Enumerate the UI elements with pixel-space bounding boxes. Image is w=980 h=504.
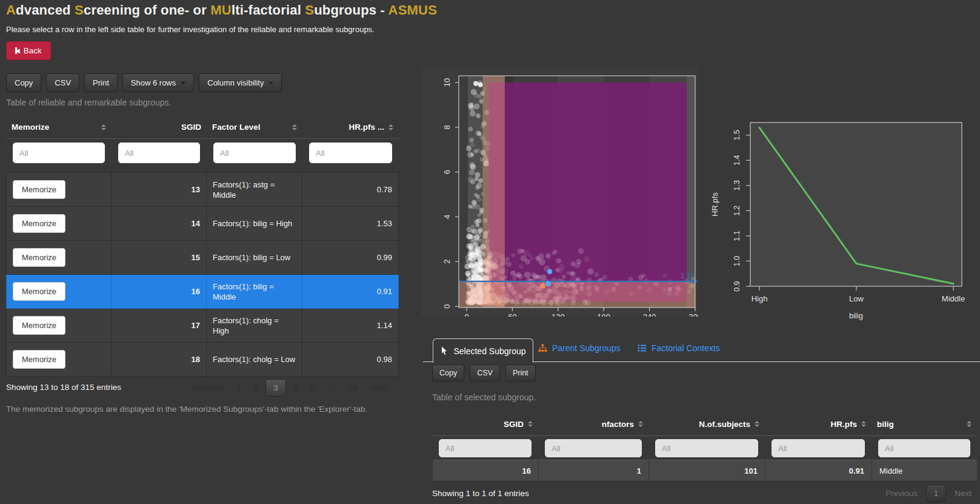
svg-text:1.2: 1.2 (733, 206, 741, 216)
column-visibility-dropdown[interactable]: Column visibility (199, 73, 282, 92)
back-button[interactable]: ◀ Back (6, 41, 51, 60)
memorize-button[interactable]: Memorize (13, 214, 65, 233)
table-row[interactable]: Memorize15Factors(1): bilig = Low0.99 (6, 241, 399, 275)
tab-selected-subgroup[interactable]: Selected Subgroup (433, 338, 533, 363)
page-button-previous[interactable]: Previous (880, 485, 923, 502)
cell-factor-level: Factors(1): cholg = High (207, 309, 302, 343)
cell-sgid: 15 (112, 241, 207, 275)
list-icon (638, 344, 647, 352)
memorize-button[interactable]: Memorize (13, 180, 65, 199)
tab-parent-subgroups[interactable]: Parent Subgroups (538, 343, 621, 353)
svg-text:Middle: Middle (942, 294, 965, 303)
selected-subgroup-table-info: Showing 1 to 1 of 1 entries (432, 489, 529, 498)
svg-text:4: 4 (442, 215, 452, 219)
column-header-memorize[interactable]: Memorize (6, 123, 112, 132)
svg-text:60: 60 (508, 312, 516, 317)
filter-hr-pfs-input[interactable] (772, 439, 865, 457)
page-button-…[interactable]: … (322, 380, 342, 396)
table-row[interactable]: Memorize17Factors(1): cholg = High1.14 (6, 309, 399, 343)
table-row[interactable]: Memorize13Factors(1): astg = Middle0.78 (6, 173, 399, 207)
svg-text:1.0: 1.0 (733, 256, 741, 266)
svg-text:2: 2 (442, 260, 452, 264)
memorize-button[interactable]: Memorize (13, 350, 65, 369)
print-button[interactable]: Print (505, 365, 536, 381)
page-button-5[interactable]: 5 (305, 380, 321, 396)
page-button-4[interactable]: 4 (288, 380, 304, 396)
left-table-toolbar: Copy CSV Print Show 6 rows Column visibi… (6, 73, 282, 92)
sort-icon (528, 421, 533, 427)
column-header-bilig[interactable]: bilig (872, 420, 977, 429)
selected-subgroup-table-header: SGID nfactors N.of.subjects HR.pfs bilig (432, 412, 977, 436)
sort-icon (967, 421, 972, 427)
cell-memorize: Memorize (6, 173, 112, 207)
cell-sgid: 14 (112, 207, 207, 241)
step-backward-icon: ◀ (15, 47, 20, 54)
filter-nfactors-input[interactable] (545, 439, 642, 457)
selected-subgroup-table: SGID nfactors N.of.subjects HR.pfs bilig… (432, 412, 977, 482)
page-button-3[interactable]: 3 (265, 379, 286, 397)
cell-nfactors: 1 (538, 460, 648, 482)
chevron-down-icon (268, 82, 273, 84)
table-row[interactable]: 16 1 101 0.91 Middle (432, 460, 977, 482)
cell-sgid: 16 (112, 275, 207, 309)
column-header-hr-pfs[interactable]: HR.pfs ... (302, 123, 399, 132)
left-table-caption: Table of reliable and remarkable subgrou… (6, 98, 171, 107)
left-table-pagination: Previous12345…53Next (6, 379, 393, 397)
filter-factor-level-input[interactable] (213, 143, 296, 163)
cell-memorize: Memorize (6, 241, 112, 275)
table-row[interactable]: Memorize18Factors(1): cholg = Low0.98 (6, 343, 399, 377)
page-button-1[interactable]: 1 (231, 380, 247, 396)
copy-button[interactable]: Copy (432, 365, 464, 381)
table-row[interactable]: Memorize16Factors(1): bilig = Middle0.91 (6, 275, 399, 309)
svg-text:240: 240 (643, 312, 656, 317)
page-button-1[interactable]: 1 (926, 485, 947, 502)
cell-memorize: Memorize (6, 343, 112, 377)
csv-button[interactable]: CSV (46, 73, 79, 92)
filter-hr-pfs-input[interactable] (309, 143, 392, 163)
selected-subgroup-pagination: Previous1Next (752, 485, 977, 502)
filter-n-of-subjects-input[interactable] (655, 439, 758, 457)
selected-subgroup-toolbar: Copy CSV Print (432, 365, 536, 381)
sort-icon (101, 124, 106, 130)
scatter-plot[interactable]: 1.110601201802403000246810 (421, 67, 698, 317)
title-segment: creening of one- or (84, 2, 210, 18)
column-header-sgid[interactable]: SGID (432, 420, 538, 429)
table-row[interactable]: Memorize14Factors(1): bilig = High1.53 (6, 207, 399, 241)
svg-text:bilig: bilig (849, 311, 863, 320)
svg-text:1.11: 1.11 (681, 272, 695, 280)
column-header-sgid[interactable]: SGID (112, 123, 207, 132)
print-button[interactable]: Print (84, 73, 118, 92)
subgroups-table-body: Memorize13Factors(1): astg = Middle0.78M… (6, 172, 399, 377)
filter-memorize-input[interactable] (13, 143, 105, 163)
svg-text:High: High (752, 294, 768, 303)
memorize-button[interactable]: Memorize (13, 316, 65, 335)
sort-icon (292, 124, 297, 130)
page-subtitle: Please select a row in the left side tab… (6, 25, 375, 34)
page-length-dropdown[interactable]: Show 6 rows (122, 73, 194, 92)
tab-factorial-contexts[interactable]: Factorial Contexts (638, 343, 720, 353)
csv-button[interactable]: CSV (470, 365, 500, 381)
copy-button[interactable]: Copy (6, 73, 41, 92)
filter-sgid-input[interactable] (439, 439, 532, 457)
memorize-button[interactable]: Memorize (13, 282, 65, 301)
cell-hr-pfs: 0.91 (302, 275, 399, 309)
cell-factor-level: Factors(1): bilig = Middle (207, 275, 302, 309)
memorize-button[interactable]: Memorize (13, 248, 65, 267)
column-header-factor-level[interactable]: Factor Level (207, 123, 302, 132)
page-title: Advanced Screening of one- or MUlti-fact… (6, 2, 437, 18)
cell-memorize: Memorize (6, 275, 112, 309)
page-button-next[interactable]: Next (365, 380, 393, 396)
page-button-2[interactable]: 2 (248, 380, 264, 396)
selected-subgroup-table-filters (432, 436, 977, 459)
page-button-53[interactable]: 53 (343, 380, 363, 396)
page-button-next[interactable]: Next (949, 485, 977, 502)
svg-text:180: 180 (597, 312, 610, 317)
column-header-n-of-subjects[interactable]: N.of.subjects (648, 420, 765, 429)
cell-memorize: Memorize (6, 309, 112, 343)
filter-bilig-input[interactable] (878, 439, 970, 457)
column-header-nfactors[interactable]: nfactors (538, 420, 648, 429)
page-button-previous[interactable]: Previous (187, 380, 230, 396)
filter-sgid-input[interactable] (118, 143, 200, 163)
column-header-hr-pfs[interactable]: HR.pfs (765, 420, 872, 429)
svg-text:HR.pfs: HR.pfs (710, 192, 719, 217)
